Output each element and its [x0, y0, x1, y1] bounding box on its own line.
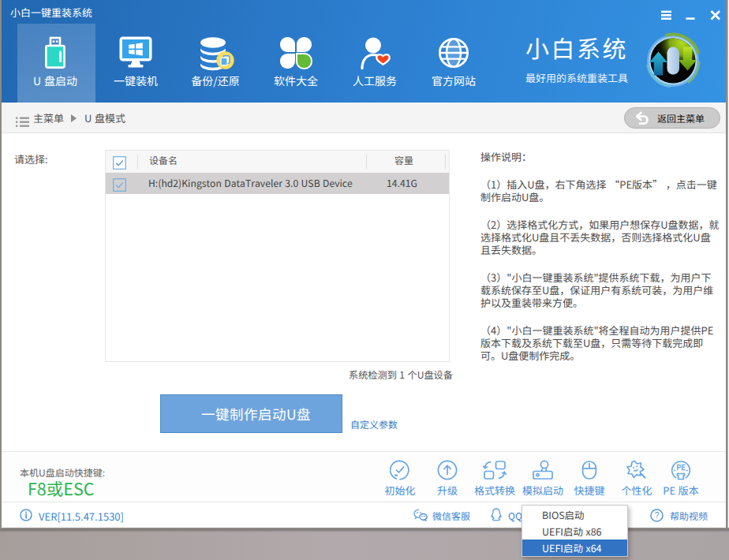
svg-text:?: ? — [655, 509, 660, 521]
svg-text:PE: PE — [676, 461, 686, 472]
